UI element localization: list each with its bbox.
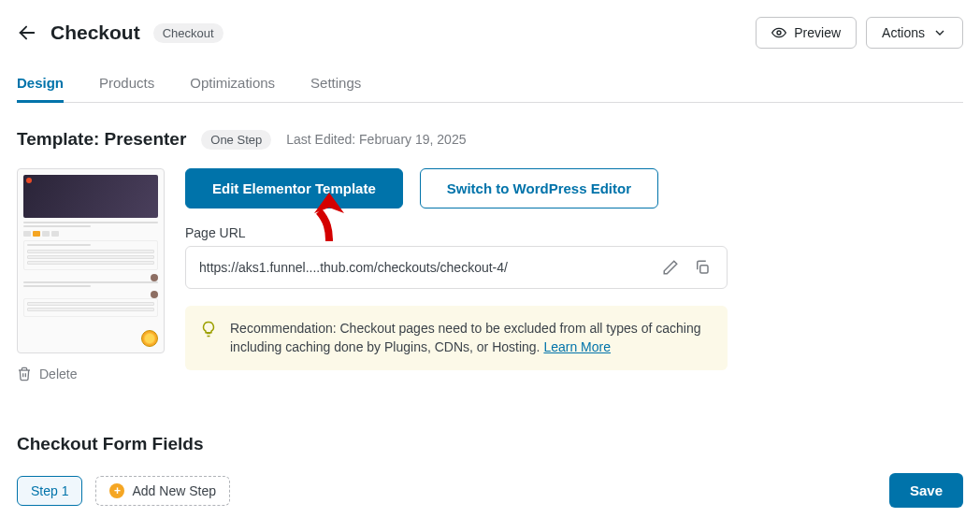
step-1-tab[interactable]: Step 1 <box>17 476 82 506</box>
template-title: Template: Presenter <box>17 129 186 150</box>
eye-icon <box>771 25 786 40</box>
header-left: Checkout Checkout <box>17 22 223 44</box>
tabs-nav: Design Products Optimizations Settings <box>17 75 963 103</box>
page-url-label: Page URL <box>185 225 728 240</box>
tab-settings[interactable]: Settings <box>310 75 361 102</box>
copy-icon <box>694 259 711 276</box>
chevron-down-icon <box>932 25 947 40</box>
delete-label: Delete <box>39 367 77 381</box>
last-edited-text: Last Edited: February 19, 2025 <box>286 132 466 147</box>
page-url-value: https://aks1.funnel....thub.com/checkout… <box>199 260 650 275</box>
page-header: Checkout Checkout Preview Actions <box>17 17 963 49</box>
form-fields-title: Checkout Form Fields <box>17 434 963 454</box>
preview-button[interactable]: Preview <box>756 17 857 49</box>
tab-products[interactable]: Products <box>99 75 154 102</box>
tab-optimizations[interactable]: Optimizations <box>190 75 275 102</box>
add-new-step-button[interactable]: + Add New Step <box>95 476 230 506</box>
svg-point-1 <box>777 31 781 35</box>
learn-more-link[interactable]: Learn More <box>543 339 611 354</box>
page-url-box: https://aks1.funnel....thub.com/checkout… <box>185 246 728 289</box>
tab-design[interactable]: Design <box>17 75 64 103</box>
page-title: Checkout <box>50 22 140 44</box>
edit-url-button[interactable] <box>659 256 682 279</box>
caching-notice: Recommendation: Checkout pages need to b… <box>185 306 728 370</box>
add-step-label: Add New Step <box>132 483 216 498</box>
switch-editor-button[interactable]: Switch to WordPress Editor <box>420 168 658 208</box>
actions-button[interactable]: Actions <box>866 17 963 49</box>
main-column: Edit Elementor Template Switch to WordPr… <box>185 168 728 370</box>
template-title-name: Presenter <box>105 129 187 149</box>
back-arrow-icon[interactable] <box>17 22 37 43</box>
edit-elementor-button[interactable]: Edit Elementor Template <box>185 168 403 208</box>
delete-template-button[interactable]: Delete <box>17 367 77 381</box>
header-right: Preview Actions <box>756 17 963 49</box>
notice-body: Recommendation: Checkout pages need to b… <box>230 321 701 354</box>
content-row: Delete Edit Elementor Template Switch to… <box>17 168 963 381</box>
checkout-badge: Checkout <box>153 23 223 43</box>
copy-url-button[interactable] <box>691 256 713 279</box>
pencil-icon <box>662 259 679 276</box>
steps-left: Step 1 + Add New Step <box>17 476 230 506</box>
actions-label: Actions <box>882 25 925 40</box>
template-info-row: Template: Presenter One Step Last Edited… <box>17 129 963 150</box>
save-button[interactable]: Save <box>889 473 963 508</box>
template-thumbnail[interactable] <box>17 168 165 353</box>
lightbulb-icon <box>200 321 217 338</box>
one-step-badge: One Step <box>201 130 271 150</box>
plus-circle-icon: + <box>109 483 124 498</box>
notice-text: Recommendation: Checkout pages need to b… <box>230 319 713 357</box>
trash-icon <box>17 367 32 381</box>
steps-row: Step 1 + Add New Step Save <box>17 473 963 508</box>
editor-buttons-row: Edit Elementor Template Switch to WordPr… <box>185 168 728 208</box>
template-title-prefix: Template: <box>17 129 105 149</box>
svg-rect-3 <box>700 266 708 273</box>
preview-label: Preview <box>794 25 841 40</box>
preview-column: Delete <box>17 168 165 381</box>
